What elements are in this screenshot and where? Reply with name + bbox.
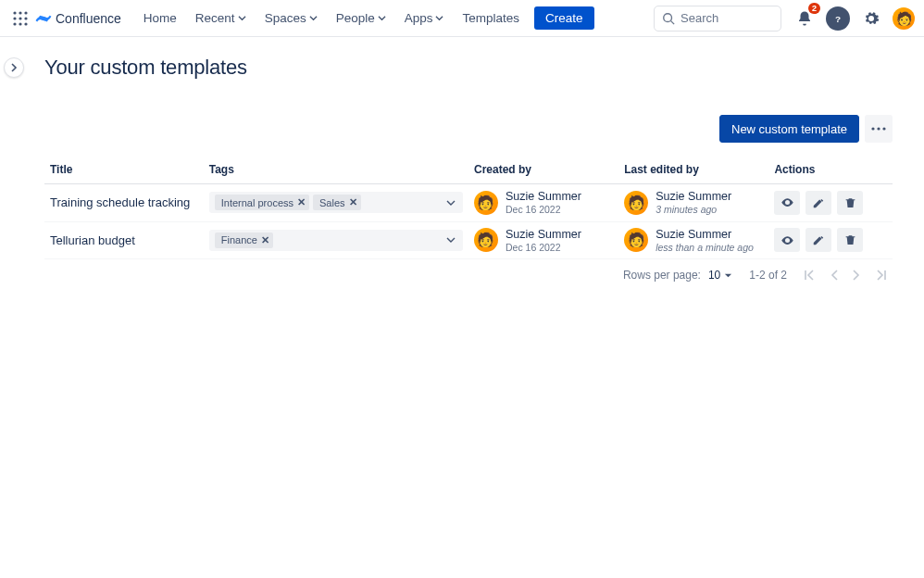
user-avatar[interactable]: 🧑 — [624, 191, 648, 215]
chevron-down-icon — [238, 14, 246, 22]
gear-icon — [863, 10, 880, 27]
svg-point-6 — [13, 22, 16, 25]
delete-button[interactable] — [837, 191, 863, 215]
user-name: Suzie Summer — [656, 228, 754, 242]
caret-down-icon — [724, 271, 732, 280]
pencil-icon — [812, 196, 825, 209]
more-actions-button[interactable] — [865, 115, 893, 143]
preview-button[interactable] — [774, 228, 800, 252]
svg-point-13 — [877, 127, 880, 130]
created-by-cell: 🧑 Suzie Summer Dec 16 2022 — [474, 228, 613, 254]
app-switcher-icon[interactable] — [9, 7, 31, 30]
nav-people[interactable]: People — [329, 7, 393, 29]
nav-apps[interactable]: Apps — [397, 7, 452, 29]
edit-button[interactable] — [805, 228, 831, 252]
templates-table: Title Tags Created by Last edited by Act… — [44, 156, 893, 259]
nav-home[interactable]: Home — [136, 7, 184, 29]
search-icon — [662, 12, 675, 25]
help-icon: ? — [831, 12, 844, 25]
column-header-tags[interactable]: Tags — [204, 156, 468, 184]
delete-button[interactable] — [837, 228, 863, 252]
pagination-range: 1-2 of 2 — [749, 269, 787, 282]
nav-spaces[interactable]: Spaces — [257, 7, 325, 29]
notifications-button[interactable]: 2 — [793, 6, 817, 31]
svg-text:?: ? — [835, 13, 841, 23]
user-name: Suzie Summer — [506, 190, 581, 204]
created-by-cell: 🧑 Suzie Summer Dec 16 2022 — [474, 190, 613, 216]
search-input[interactable] — [681, 11, 773, 25]
chevron-down-icon[interactable] — [444, 196, 457, 209]
brand-name: Confluence — [56, 11, 121, 26]
svg-point-9 — [664, 13, 672, 21]
svg-point-4 — [19, 17, 21, 19]
column-header-created-by[interactable]: Created by — [468, 156, 618, 184]
user-name: Suzie Summer — [506, 228, 581, 242]
nav-recent[interactable]: Recent — [188, 7, 254, 29]
svg-point-7 — [19, 22, 21, 25]
svg-point-12 — [871, 127, 874, 130]
tags-select[interactable]: Internal process✕ Sales✕ — [209, 192, 463, 213]
tags-select[interactable]: Finance✕ — [209, 230, 463, 251]
svg-point-2 — [24, 11, 27, 14]
toolbar: New custom template — [44, 115, 893, 143]
expand-sidebar-button[interactable] — [4, 57, 24, 78]
template-title[interactable]: Training schedule tracking — [44, 184, 204, 222]
search-box[interactable] — [654, 6, 781, 31]
edited-time: less than a minute ago — [656, 242, 754, 254]
svg-point-1 — [19, 11, 21, 14]
tag-chip: Finance✕ — [215, 232, 273, 248]
rows-per-page-select[interactable]: 10 — [708, 269, 732, 282]
chevron-down-icon — [435, 14, 443, 22]
trash-icon — [844, 233, 856, 246]
user-name: Suzie Summer — [656, 190, 731, 204]
created-date: Dec 16 2022 — [506, 242, 581, 254]
tag-chip: Internal process✕ — [215, 195, 309, 210]
remove-tag-icon[interactable]: ✕ — [349, 196, 357, 208]
svg-point-0 — [13, 11, 16, 14]
trash-icon — [844, 196, 856, 209]
chevron-right-icon — [9, 63, 19, 72]
page-title: Your custom templates — [44, 56, 893, 80]
create-button[interactable]: Create — [534, 6, 594, 30]
nav-templates[interactable]: Templates — [455, 7, 527, 29]
user-avatar[interactable]: 🧑 — [474, 191, 498, 215]
svg-point-5 — [24, 17, 27, 19]
user-avatar[interactable]: 🧑 — [474, 228, 498, 252]
edited-by-cell: 🧑 Suzie Summer 3 minutes ago — [624, 190, 763, 216]
svg-point-3 — [13, 17, 16, 19]
column-header-title[interactable]: Title — [44, 156, 204, 184]
svg-point-8 — [24, 22, 27, 25]
first-page-button[interactable] — [804, 270, 817, 281]
edited-by-cell: 🧑 Suzie Summer less than a minute ago — [624, 228, 763, 254]
template-title[interactable]: Tellurian budget — [44, 221, 204, 259]
next-page-button[interactable] — [852, 270, 861, 281]
column-header-last-edited-by[interactable]: Last edited by — [618, 156, 768, 184]
user-avatar[interactable]: 🧑 — [624, 228, 648, 252]
top-nav: Confluence Home Recent Spaces People App… — [0, 0, 924, 37]
last-page-button[interactable] — [874, 270, 887, 281]
eye-icon — [780, 195, 794, 209]
prev-page-button[interactable] — [830, 270, 839, 281]
chevron-down-icon[interactable] — [444, 233, 457, 246]
remove-tag-icon[interactable]: ✕ — [297, 196, 306, 208]
preview-button[interactable] — [774, 191, 800, 215]
eye-icon — [780, 233, 794, 247]
chevron-down-icon — [378, 14, 386, 22]
pencil-icon — [812, 233, 825, 246]
remove-tag-icon[interactable]: ✕ — [261, 234, 269, 246]
confluence-logo[interactable]: Confluence — [35, 10, 121, 27]
settings-button[interactable] — [859, 6, 883, 31]
notification-count: 2 — [808, 3, 820, 14]
pagination: Rows per page: 10 1-2 of 2 — [44, 259, 893, 291]
edit-button[interactable] — [805, 191, 831, 215]
rows-per-page-label: Rows per page: — [623, 269, 701, 282]
new-custom-template-button[interactable]: New custom template — [719, 115, 859, 143]
chevron-down-icon — [309, 14, 318, 22]
table-row: Tellurian budget Finance✕ 🧑 Suzie Summer — [44, 221, 893, 259]
edited-time: 3 minutes ago — [656, 204, 731, 216]
created-date: Dec 16 2022 — [506, 204, 581, 216]
help-button[interactable]: ? — [826, 6, 850, 31]
profile-avatar[interactable]: 🧑 — [893, 7, 915, 30]
svg-point-14 — [882, 127, 885, 130]
tag-chip: Sales✕ — [313, 195, 361, 210]
